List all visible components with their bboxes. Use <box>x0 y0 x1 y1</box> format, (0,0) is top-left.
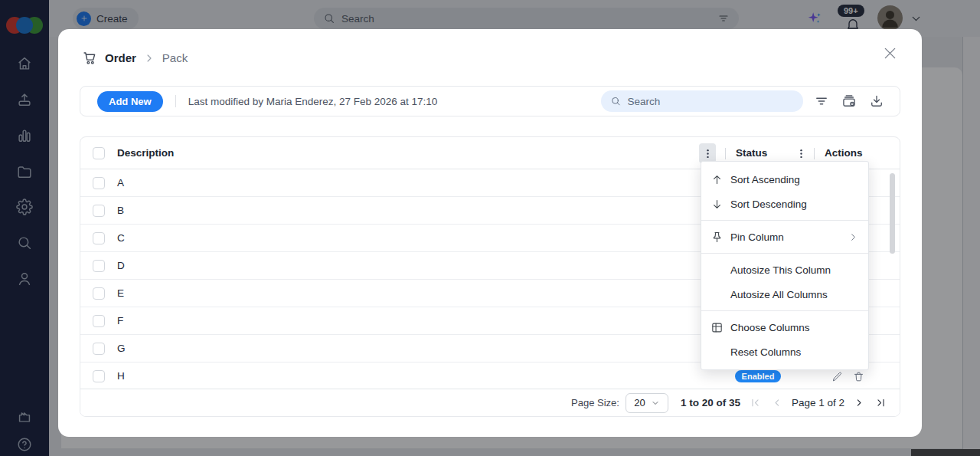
menu-item-reset-columns[interactable]: Reset Columns <box>701 340 868 364</box>
edit-pencil-icon[interactable] <box>831 371 843 382</box>
next-page-button[interactable] <box>853 396 866 409</box>
menu-item-sort-descending[interactable]: Sort Descending <box>701 192 868 216</box>
modal-toolbar: Add New Last modified by Maria Enderez, … <box>80 86 900 116</box>
toolbar-icons <box>814 93 884 109</box>
row-checkbox[interactable] <box>93 287 105 300</box>
table-search <box>601 90 803 112</box>
status-badge: Enabled <box>735 370 782 382</box>
row-description: F <box>117 315 123 326</box>
pagination-bar: Page Size: 20 1 to 20 of 35 Page 1 of 2 <box>80 389 900 416</box>
last-page-button[interactable] <box>874 396 887 409</box>
row-description: E <box>117 287 124 299</box>
breadcrumb: Order Pack <box>82 50 188 66</box>
table-scrollbar-thumb[interactable] <box>890 173 895 254</box>
menu-item-label: Pin Column <box>730 231 784 243</box>
delete-trash-icon[interactable] <box>853 371 864 382</box>
select-all-checkbox[interactable] <box>93 147 105 159</box>
page-size-label: Page Size: <box>571 397 619 408</box>
chevron-right-icon <box>143 52 155 64</box>
chevron-down-icon <box>651 399 660 408</box>
breadcrumb-order[interactable]: Order <box>105 51 136 64</box>
last-modified-text: Last modified by Maria Enderez, 27 Feb 2… <box>188 96 438 107</box>
row-description: H <box>117 370 125 382</box>
column-header-status[interactable]: Status <box>736 147 767 159</box>
menu-item-label: Autosize All Columns <box>730 289 828 300</box>
menu-item-label: Reset Columns <box>730 346 801 358</box>
menu-item-label: Autosize This Column <box>730 264 831 276</box>
header-divider <box>814 148 815 159</box>
menu-section-sort: Sort Ascending Sort Descending <box>701 162 868 221</box>
menu-section-autosize: Autosize This Column Autosize All Column… <box>701 254 868 311</box>
close-icon[interactable] <box>882 45 898 61</box>
row-checkbox[interactable] <box>93 343 105 355</box>
arrow-up-icon <box>710 173 724 186</box>
column-header-actions: Actions <box>825 147 863 159</box>
icon-spacer <box>710 288 724 301</box>
row-description: G <box>117 343 126 354</box>
row-checkbox[interactable] <box>93 177 105 189</box>
download-icon[interactable] <box>869 93 884 109</box>
pin-icon <box>710 231 724 244</box>
row-description: B <box>117 205 124 216</box>
wallet-icon[interactable] <box>841 93 857 109</box>
menu-item-label: Sort Descending <box>730 198 807 210</box>
row-checkbox[interactable] <box>93 370 105 382</box>
row-checkbox[interactable] <box>93 315 105 327</box>
page-size-select[interactable]: 20 <box>626 393 668 413</box>
row-description: A <box>117 177 124 189</box>
menu-item-sort-ascending[interactable]: Sort Ascending <box>701 167 868 192</box>
icon-spacer <box>710 264 724 277</box>
menu-section-columns: Choose Columns Reset Columns <box>701 311 868 369</box>
row-description: D <box>117 260 125 271</box>
filter-icon[interactable] <box>814 93 829 109</box>
menu-item-label: Sort Ascending <box>730 174 800 185</box>
menu-item-choose-columns[interactable]: Choose Columns <box>701 315 868 340</box>
previous-page-button[interactable] <box>770 396 783 409</box>
add-new-button[interactable]: Add New <box>97 91 163 112</box>
row-checkbox[interactable] <box>93 232 105 244</box>
menu-item-autosize-this-column[interactable]: Autosize This Column <box>701 258 868 282</box>
search-icon <box>610 95 622 107</box>
row-description: C <box>117 232 125 244</box>
menu-section-pin: Pin Column <box>701 221 868 254</box>
page-size-value: 20 <box>634 397 645 408</box>
toolbar-divider <box>175 95 176 107</box>
breadcrumb-pack: Pack <box>162 51 188 64</box>
menu-item-autosize-all-columns[interactable]: Autosize All Columns <box>701 282 868 307</box>
table-columns-icon <box>710 321 724 334</box>
cart-icon <box>82 50 98 66</box>
arrow-down-icon <box>710 198 724 211</box>
row-checkbox[interactable] <box>93 260 105 272</box>
icon-spacer <box>710 346 724 359</box>
pagination-page-text: Page 1 of 2 <box>792 397 844 408</box>
pagination-range-text: 1 to 20 of 35 <box>681 397 740 408</box>
header-divider <box>725 148 726 159</box>
row-checkbox[interactable] <box>93 205 105 217</box>
chevron-right-icon <box>848 231 859 243</box>
first-page-button[interactable] <box>749 396 762 409</box>
menu-item-label: Choose Columns <box>730 322 810 333</box>
menu-item-pin-column[interactable]: Pin Column <box>701 225 868 249</box>
table-search-input[interactable] <box>628 96 795 107</box>
column-context-menu: Sort Ascending Sort Descending Pin Colum… <box>701 161 869 370</box>
column-header-description[interactable]: Description <box>117 147 174 159</box>
